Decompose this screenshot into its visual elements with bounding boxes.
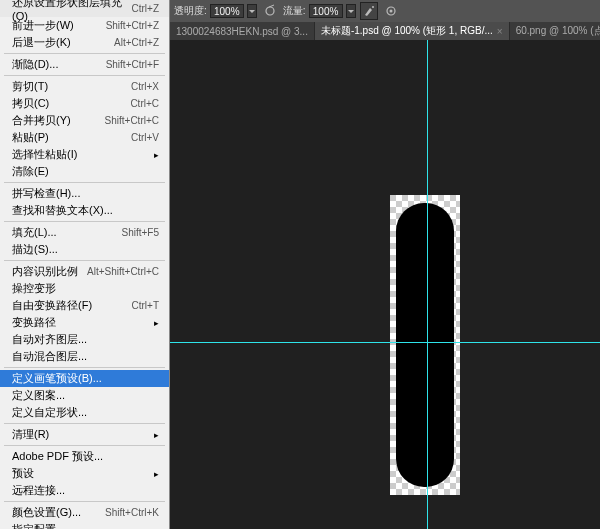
guide-vertical[interactable] <box>427 40 428 529</box>
tab-doc-3[interactable]: 60.png @ 100% (点击这个，将 选区转... <box>510 22 600 40</box>
menu-separator <box>4 445 165 446</box>
menu-item-label: 选择性粘贴(I) <box>12 147 77 162</box>
menu-item-label: 操控变形 <box>12 281 56 296</box>
menu-item[interactable]: 清除(E) <box>0 163 169 180</box>
menu-item[interactable]: 预设 <box>0 465 169 482</box>
canvas-area[interactable] <box>170 40 600 529</box>
menu-item-label: 自动对齐图层... <box>12 332 87 347</box>
menu-item[interactable]: 填充(L)...Shift+F5 <box>0 224 169 241</box>
menu-item-label: 前进一步(W) <box>12 18 74 33</box>
menu-item-label: 拷贝(C) <box>12 96 49 111</box>
flow-dropdown[interactable] <box>346 4 356 18</box>
menu-item-label: 渐隐(D)... <box>12 57 58 72</box>
menu-item-shortcut: Ctrl+Z <box>132 3 160 14</box>
tab-doc-1[interactable]: 1300024683HEKN.psd @ 3... <box>170 22 315 40</box>
menu-item[interactable]: 清理(R) <box>0 426 169 443</box>
menu-item-shortcut: Shift+Ctrl+Z <box>106 20 159 31</box>
svg-point-3 <box>389 10 392 13</box>
shape-rectangle-rounded[interactable] <box>396 203 454 487</box>
menu-item-label: 拼写检查(H)... <box>12 186 80 201</box>
menu-separator <box>4 260 165 261</box>
menu-item[interactable]: 还原设置形状图层填充(O)Ctrl+Z <box>0 0 169 17</box>
menu-item[interactable]: 拼写检查(H)... <box>0 185 169 202</box>
menu-item-shortcut: Shift+F5 <box>121 227 159 238</box>
tab-doc-2[interactable]: 未标题-1.psd @ 100% (矩形 1, RGB/...× <box>315 22 510 40</box>
menu-separator <box>4 75 165 76</box>
menu-item-label: 清除(E) <box>12 164 49 179</box>
menu-item-label: 内容识别比例 <box>12 264 78 279</box>
document-tabs: 1300024683HEKN.psd @ 3... 未标题-1.psd @ 10… <box>170 22 600 40</box>
menu-item[interactable]: 颜色设置(G)...Shift+Ctrl+K <box>0 504 169 521</box>
pressure-size-icon[interactable] <box>382 2 400 20</box>
edit-menu: 还原设置形状图层填充(O)Ctrl+Z前进一步(W)Shift+Ctrl+Z后退… <box>0 0 170 529</box>
menu-item[interactable]: 操控变形 <box>0 280 169 297</box>
menu-item-label: 远程连接... <box>12 483 65 498</box>
menu-item[interactable]: 后退一步(K)Alt+Ctrl+Z <box>0 34 169 51</box>
flow-input[interactable] <box>309 4 343 18</box>
opacity-label: 透明度: <box>174 4 207 18</box>
menu-item-label: 变换路径 <box>12 315 56 330</box>
menu-item-shortcut: Shift+Ctrl+F <box>106 59 159 70</box>
menu-item[interactable]: 自由变换路径(F)Ctrl+T <box>0 297 169 314</box>
menu-item[interactable]: 内容识别比例Alt+Shift+Ctrl+C <box>0 263 169 280</box>
menu-item[interactable]: 自动对齐图层... <box>0 331 169 348</box>
guide-horizontal[interactable] <box>170 342 600 343</box>
menu-separator <box>4 221 165 222</box>
menu-item-shortcut: Shift+Ctrl+K <box>105 507 159 518</box>
menu-item[interactable]: 定义画笔预设(B)... <box>0 370 169 387</box>
menu-item-label: 合并拷贝(Y) <box>12 113 71 128</box>
menu-item[interactable]: 合并拷贝(Y)Shift+Ctrl+C <box>0 112 169 129</box>
menu-item-label: 指定配置... <box>12 522 65 529</box>
menu-item[interactable]: 指定配置... <box>0 521 169 529</box>
menu-item[interactable]: 拷贝(C)Ctrl+C <box>0 95 169 112</box>
menu-item[interactable]: 粘贴(P)Ctrl+V <box>0 129 169 146</box>
menu-item[interactable]: 远程连接... <box>0 482 169 499</box>
document[interactable] <box>390 195 460 495</box>
menu-item[interactable]: 选择性粘贴(I) <box>0 146 169 163</box>
airbrush-icon[interactable] <box>360 2 378 20</box>
menu-separator <box>4 367 165 368</box>
menu-item-shortcut: Alt+Ctrl+Z <box>114 37 159 48</box>
opacity-dropdown[interactable] <box>247 4 257 18</box>
options-bar: 透明度: 流量: <box>170 0 600 22</box>
flow-label: 流量: <box>283 4 306 18</box>
menu-item-label: 描边(S)... <box>12 242 58 257</box>
menu-item-shortcut: Ctrl+C <box>130 98 159 109</box>
menu-item[interactable]: 描边(S)... <box>0 241 169 258</box>
menu-item-label: 查找和替换文本(X)... <box>12 203 113 218</box>
menu-item[interactable]: 查找和替换文本(X)... <box>0 202 169 219</box>
menu-item-label: 填充(L)... <box>12 225 57 240</box>
menu-item-shortcut: Ctrl+T <box>132 300 160 311</box>
menu-item-shortcut: Alt+Shift+Ctrl+C <box>87 266 159 277</box>
menu-item[interactable]: 渐隐(D)...Shift+Ctrl+F <box>0 56 169 73</box>
menu-separator <box>4 53 165 54</box>
menu-item[interactable]: 定义图案... <box>0 387 169 404</box>
menu-item[interactable]: 自动混合图层... <box>0 348 169 365</box>
menu-item-label: Adobe PDF 预设... <box>12 449 103 464</box>
menu-item[interactable]: 剪切(T)Ctrl+X <box>0 78 169 95</box>
menu-item-label: 清理(R) <box>12 427 49 442</box>
menu-separator <box>4 182 165 183</box>
menu-item-label: 定义图案... <box>12 388 65 403</box>
menu-separator <box>4 501 165 502</box>
menu-item-label: 后退一步(K) <box>12 35 71 50</box>
menu-item-label: 颜色设置(G)... <box>12 505 81 520</box>
close-icon[interactable]: × <box>497 26 503 37</box>
menu-separator <box>4 423 165 424</box>
menu-item-label: 预设 <box>12 466 34 481</box>
menu-item-shortcut: Ctrl+V <box>131 132 159 143</box>
menu-item[interactable]: 变换路径 <box>0 314 169 331</box>
svg-point-1 <box>372 6 374 8</box>
menu-item[interactable]: Adobe PDF 预设... <box>0 448 169 465</box>
menu-item-label: 自动混合图层... <box>12 349 87 364</box>
menu-item-label: 定义画笔预设(B)... <box>12 371 102 386</box>
menu-item[interactable]: 定义自定形状... <box>0 404 169 421</box>
menu-item-label: 粘贴(P) <box>12 130 49 145</box>
menu-item-shortcut: Shift+Ctrl+C <box>105 115 159 126</box>
menu-item-label: 剪切(T) <box>12 79 48 94</box>
opacity-input[interactable] <box>210 4 244 18</box>
menu-item-label: 自由变换路径(F) <box>12 298 92 313</box>
menu-item-shortcut: Ctrl+X <box>131 81 159 92</box>
pressure-opacity-icon[interactable] <box>261 2 279 20</box>
menu-item-label: 定义自定形状... <box>12 405 87 420</box>
